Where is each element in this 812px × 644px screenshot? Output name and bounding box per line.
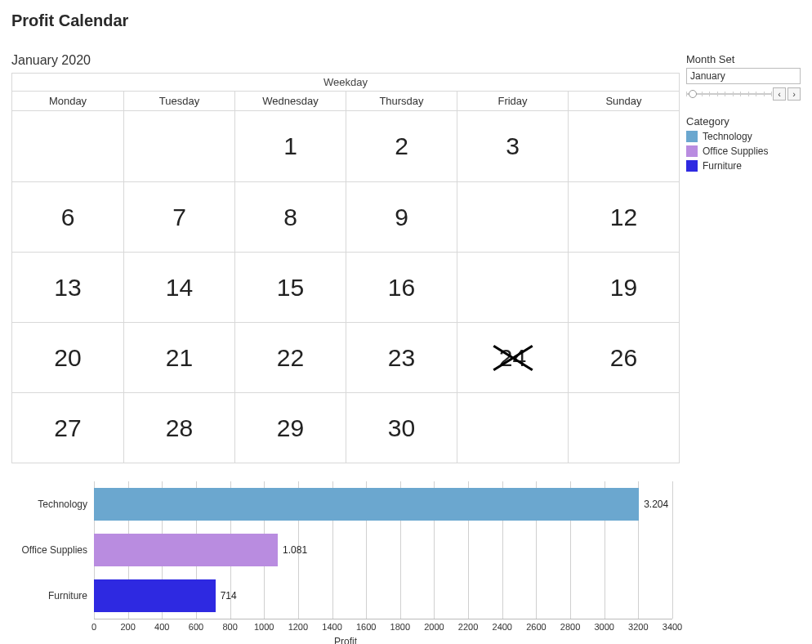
axis-tick: 0 — [91, 622, 96, 632]
day-number: 7 — [172, 203, 186, 231]
day-number: 3 — [506, 132, 520, 160]
weekday-header: Thursday — [346, 92, 457, 111]
axis-tick: 400 — [154, 622, 169, 632]
calendar-cell[interactable]: 29 — [234, 392, 346, 463]
calendar-cell[interactable]: 6 — [12, 181, 123, 252]
calendar-cell[interactable]: 19 — [568, 252, 679, 322]
next-month-button[interactable]: › — [787, 87, 801, 101]
chart-x-axis-label: Profit — [11, 636, 680, 644]
legend-item[interactable]: Office Supplies — [686, 144, 801, 159]
axis-tick: 3200 — [628, 622, 648, 632]
x-mark-icon — [495, 340, 531, 376]
axis-tick: 2800 — [560, 622, 580, 632]
calendar-cell[interactable]: 2 — [346, 111, 457, 181]
chart-row: Technology3.204 — [16, 481, 680, 527]
calendar-cell[interactable] — [568, 111, 679, 181]
calendar-cell[interactable]: 16 — [346, 252, 457, 322]
calendar-cell[interactable]: 27 — [12, 392, 123, 463]
day-number: 2 — [395, 132, 408, 160]
axis-tick: 1600 — [356, 622, 376, 632]
day-number: 21 — [166, 344, 193, 372]
axis-tick: 2400 — [493, 622, 512, 632]
chart-category-label: Office Supplies — [16, 544, 94, 556]
calendar-cell[interactable]: 22 — [234, 322, 346, 392]
calendar-cell[interactable]: 8 — [234, 181, 346, 252]
calendar-cell[interactable] — [457, 392, 568, 463]
month-select[interactable]: January — [686, 68, 801, 84]
calendar-cell[interactable] — [457, 181, 568, 252]
chart-row: Office Supplies1.081 — [16, 527, 680, 573]
day-number: 13 — [54, 274, 81, 302]
calendar-header: Weekday — [12, 74, 679, 92]
chart-bar[interactable]: 1.081 — [94, 534, 278, 566]
day-number: 15 — [277, 274, 304, 302]
chart-bar[interactable]: 714 — [94, 579, 216, 612]
month-slider[interactable] — [686, 88, 771, 100]
day-number: 1 — [283, 132, 297, 160]
month-filter-title: Month Set — [686, 53, 801, 65]
chart-value-label: 3.204 — [644, 499, 668, 510]
month-subtitle: January 2020 — [11, 53, 680, 68]
axis-tick: 1000 — [254, 622, 274, 632]
weekday-header: Friday — [457, 92, 568, 111]
calendar-cell[interactable]: 13 — [12, 252, 123, 322]
calendar-cell[interactable]: 15 — [234, 252, 346, 322]
day-number: 8 — [283, 203, 297, 231]
axis-tick: 3000 — [594, 622, 613, 632]
weekday-header: Wednesday — [234, 92, 346, 111]
day-number: 9 — [395, 203, 408, 231]
calendar-cell[interactable] — [12, 111, 123, 181]
weekday-header: Tuesday — [123, 92, 234, 111]
axis-tick: 2600 — [526, 622, 546, 632]
legend-item[interactable]: Technology — [686, 129, 801, 144]
calendar-cell[interactable]: 14 — [123, 252, 234, 322]
calendar-cell[interactable]: 3 — [457, 111, 568, 181]
page-title: Profit Calendar — [11, 11, 801, 30]
axis-tick: 1200 — [288, 622, 308, 632]
day-number: 23 — [388, 344, 415, 372]
day-number: 16 — [388, 274, 415, 302]
day-number: 22 — [277, 344, 304, 372]
calendar-cell[interactable]: 12 — [568, 181, 679, 252]
day-number: 19 — [610, 274, 637, 302]
chart-category-label: Technology — [16, 499, 94, 510]
calendar-cell[interactable] — [457, 252, 568, 322]
legend-item[interactable]: Furniture — [686, 159, 801, 173]
chart-bar[interactable]: 3.204 — [94, 488, 639, 521]
chevron-right-icon: › — [792, 89, 796, 99]
chart-value-label: 1.081 — [283, 544, 307, 556]
calendar-cell[interactable]: 20 — [12, 322, 123, 392]
prev-month-button[interactable]: ‹ — [773, 87, 786, 101]
axis-tick: 2000 — [424, 622, 444, 632]
legend-label: Furniture — [703, 160, 742, 172]
calendar-cell[interactable] — [568, 392, 679, 463]
profit-bar-chart: Technology3.204Office Supplies1.081Furni… — [11, 481, 680, 644]
calendar-cell[interactable]: 21 — [123, 322, 234, 392]
chart-row: Furniture714 — [16, 573, 680, 619]
axis-tick: 200 — [120, 622, 135, 632]
calendar-cell[interactable]: 23 — [346, 322, 457, 392]
axis-tick: 3400 — [663, 622, 682, 632]
day-number: 29 — [277, 414, 304, 442]
calendar-cell[interactable] — [123, 111, 234, 181]
calendar-cell[interactable]: 28 — [123, 392, 234, 463]
calendar-cell[interactable]: 9 — [346, 181, 457, 252]
calendar-cell[interactable]: 1 — [234, 111, 346, 181]
calendar-cell[interactable]: 30 — [346, 392, 457, 463]
chart-category-label: Furniture — [16, 590, 94, 602]
axis-tick: 1400 — [322, 622, 341, 632]
day-number: 12 — [610, 203, 637, 231]
axis-tick: 600 — [189, 622, 203, 632]
slider-thumb-icon[interactable] — [689, 90, 697, 98]
calendar-cell[interactable]: 24 — [457, 322, 568, 392]
chevron-left-icon: ‹ — [778, 89, 781, 99]
legend-swatch-icon — [686, 160, 698, 172]
axis-tick: 800 — [222, 622, 237, 632]
legend-swatch-icon — [686, 145, 698, 157]
chart-value-label: 714 — [221, 590, 237, 602]
calendar-cell[interactable]: 7 — [123, 181, 234, 252]
calendar-cell[interactable]: 26 — [568, 322, 679, 392]
day-number: 27 — [54, 414, 81, 442]
weekday-header: Sunday — [568, 92, 679, 111]
calendar: Weekday MondayTuesdayWednesdayThursdayFr… — [11, 73, 680, 463]
